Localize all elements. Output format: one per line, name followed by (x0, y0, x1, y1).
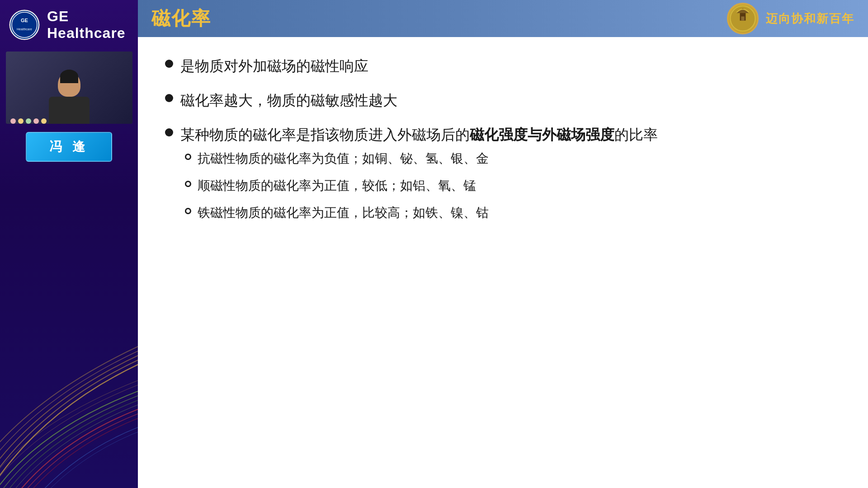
svg-rect-9 (741, 16, 744, 20)
bullet-text-3-bold: 磁化强度与外磁场强度 (470, 127, 614, 143)
badge-text: 迈向协和新百年 (766, 11, 854, 27)
sub-bullet-item-3: 铁磁性物质的磁化率为正值，比较高；如铁、镍、钴 (185, 203, 489, 222)
svg-text:Healthcare: Healthcare (17, 28, 32, 31)
slide-body: 是物质对外加磁场的磁性响应 磁化率越大，物质的磁敏感性越大 某种物质的磁化率是指… (138, 37, 868, 488)
bullet-item-2: 磁化率越大，物质的磁敏感性越大 (165, 89, 841, 111)
webcam-feed (6, 52, 132, 124)
slide-title: 磁化率 (151, 6, 211, 31)
sub-bullet-item-1: 抗磁性物质的磁化率为负值；如铜、铋、氢、银、金 (185, 149, 489, 168)
sub-bullet-dot-icon (185, 154, 191, 160)
sub-bullets-container: 抗磁性物质的磁化率为负值；如铜、铋、氢、银、金 顺磁性物质的磁化率为正值，较低；… (185, 149, 489, 222)
bullet-dot-icon (165, 94, 173, 102)
sub-bullet-item-2: 顺磁性物质的磁化率为正值，较低；如铝、氧、锰 (185, 176, 489, 195)
bullet-text-3-after: 的比率 (614, 127, 658, 143)
ge-header: GE Healthcare GE Healthcare (0, 0, 138, 50)
svg-text:GE: GE (21, 18, 28, 23)
bullet-text-1: 是物质对外加磁场的磁性响应 (180, 55, 368, 77)
bullet-item-3-main: 某种物质的磁化率是指该物质进入外磁场后的磁化强度与外磁场强度的比率 (165, 124, 658, 145)
bullet-text-3: 某种物质的磁化率是指该物质进入外磁场后的磁化强度与外磁场强度的比率 (180, 124, 658, 145)
brand-title: GE Healthcare (47, 8, 129, 42)
sidebar: GE Healthcare GE Healthcare (0, 0, 138, 488)
bullet-dot-icon (165, 60, 173, 68)
presenter-video (49, 72, 90, 124)
sub-bullet-dot-icon (185, 208, 191, 214)
bullet-text-3-before: 某种物质的磁化率是指该物质进入外磁场后的 (180, 127, 470, 143)
sub-bullet-text-1: 抗磁性物质的磁化率为负值；如铜、铋、氢、银、金 (198, 149, 489, 168)
institution-logo-icon (727, 3, 759, 34)
ge-logo-icon: GE Healthcare (9, 9, 40, 40)
bullet-item-3: 某种物质的磁化率是指该物质进入外磁场后的磁化强度与外磁场强度的比率 抗磁性物质的… (165, 124, 841, 222)
sub-bullet-text-3: 铁磁性物质的磁化率为正值，比较高；如铁、镍、钴 (198, 203, 489, 222)
svg-point-1 (10, 11, 38, 39)
decorative-lines-icon (0, 316, 138, 488)
bullet-text-2: 磁化率越大，物质的磁敏感性越大 (180, 89, 397, 111)
bullet-dot-icon (165, 128, 173, 136)
main-content: 磁化率 迈向协和新百年 是物质对外加磁场的磁性 (138, 0, 868, 488)
sub-bullet-dot-icon (185, 181, 191, 187)
presenter-name-badge: 冯 逢 (26, 132, 113, 162)
bullet-item-1: 是物质对外加磁场的磁性响应 (165, 55, 841, 77)
slide-header: 磁化率 迈向协和新百年 (138, 0, 868, 37)
sub-bullet-text-2: 顺磁性物质的磁化率为正值，较低；如铝、氧、锰 (198, 176, 476, 195)
institution-badge: 迈向协和新百年 (727, 3, 854, 34)
